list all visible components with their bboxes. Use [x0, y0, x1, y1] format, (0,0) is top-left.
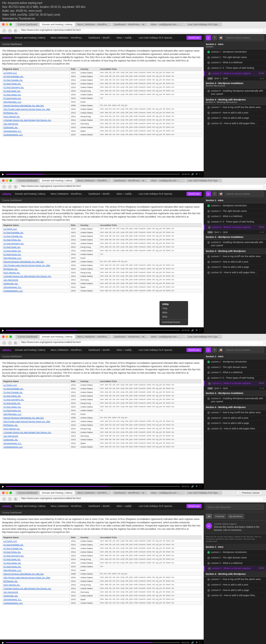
settings-icon[interactable]: ⚙: [196, 173, 198, 175]
lecture2-4[interactable]: Lecture 4 / 3 - There types of web hosti…: [204, 219, 266, 225]
lecture2-3[interactable]: Lecture 3 - What is a Webhost: [204, 214, 266, 219]
lecture-7[interactable]: Lecture 7 - how to log on/off into the a…: [204, 105, 266, 110]
minimize-button-3[interactable]: [6, 335, 8, 338]
nav4-menu[interactable]: Menu | Webstore – WordPres...: [49, 504, 85, 508]
cell-registrar-name[interactable]: #1 Host Australia, Inc.: [2, 231, 70, 234]
forward-button-4[interactable]: ›: [8, 497, 12, 501]
back-button-2[interactable]: ‹: [2, 185, 6, 189]
cell-registrar-name[interactable]: #1 Host Germany, Inc.: [2, 398, 70, 401]
progress-bar-4[interactable]: [6, 642, 180, 643]
tab4-course[interactable]: Course Dashboard: [16, 491, 39, 495]
cell-registrar-name[interactable]: 4Reg|Register, LLC: [2, 568, 70, 572]
sidebar-search-input-3[interactable]: [224, 347, 264, 353]
forward-button[interactable]: ›: [8, 29, 12, 33]
cell-registrar-name[interactable]: #1 Host China, Inc.: [2, 238, 70, 241]
cell-registrar-name[interactable]: #1 Host Israel, Inc.: [2, 245, 70, 249]
nav-domain-hosting[interactable]: Domain and Hosting | Udemy: [13, 36, 47, 40]
lecture3-8[interactable]: Lecture 8 - How to add & edit a post: [204, 416, 266, 421]
refresh-button[interactable]: ↻: [14, 29, 18, 33]
lecture-5[interactable]: Lecture 5 - What is a domain registrar 0…: [204, 71, 266, 76]
close-button-4[interactable]: [2, 492, 5, 494]
forward-button-2[interactable]: ›: [8, 185, 12, 189]
lecture3-1[interactable]: Lecture 1 - Wordpress introduction: [204, 359, 266, 365]
back-button[interactable]: ‹: [2, 29, 6, 33]
cell-registrar-name[interactable]: #1 Host Australia, Inc.: [2, 74, 70, 78]
back-button-4[interactable]: ‹: [2, 497, 6, 501]
enroll-button[interactable]: Enroll now: [187, 36, 202, 40]
cell-registrar-name[interactable]: 0101 Internet, Inc.: [2, 427, 70, 430]
cell-registrar-name[interactable]: #1 Host Canada, Inc.: [2, 234, 70, 238]
previous-lecture-btn[interactable]: ← Previous Lecture: [236, 490, 262, 495]
cell-registrar-name[interactable]: #1 Host Japan, Inc.: [2, 561, 70, 565]
url-field-4[interactable]: https://www.icann.org/registrar-reports/…: [19, 497, 264, 501]
refresh-button-4[interactable]: ↻: [14, 497, 18, 501]
cell-registrar-name[interactable]: 907Names, Inc.: [2, 423, 70, 427]
progress-bar-3[interactable]: [6, 486, 180, 487]
cell-registrar-name[interactable]: 101domain, Inc.: [2, 594, 70, 597]
section2-1-header[interactable]: Section 1 - Intro: [204, 198, 266, 203]
tab2-dashboard[interactable]: Dashboard – WordPress – W...: [112, 179, 148, 182]
qa-tab-btn-3[interactable]: ?: [212, 347, 217, 353]
tab2-course-dashboard[interactable]: Course Dashboard: [16, 179, 39, 182]
lecture2-5[interactable]: Lecture 5 - What is a domain registrar 0…: [204, 225, 266, 230]
cell-registrar-name[interactable]: 101domain, Inc.: [2, 125, 70, 129]
cell-registrar-name[interactable]: #1 Host Australia, Inc.: [2, 387, 70, 390]
maximize-button[interactable]: [9, 23, 12, 26]
cell-registrar-name[interactable]: #1 Host Korea, Inc.: [2, 409, 70, 412]
nav-inbox[interactable]: Inbox – mail@...: [115, 36, 135, 40]
cell-registrar-name[interactable]: 1&1 Internet AG: [2, 434, 70, 438]
settings-icon-2[interactable]: ⚙: [196, 329, 198, 331]
cell-registrar-name[interactable]: SSS Private Label Internet Service Kiosk…: [2, 263, 70, 267]
cell-registrar-name[interactable]: Internet Services International, Inc. db…: [2, 104, 70, 107]
nav2-menu[interactable]: Menu | Webstore – WordPres...: [49, 192, 85, 196]
nav2-domain[interactable]: Domain and Hosting | Udemy: [13, 192, 47, 196]
cell-registrar-name[interactable]: 1Unitednetwork, LLC: [2, 601, 70, 605]
tab3-dash[interactable]: Dashboard – WordPress – W...: [112, 335, 148, 339]
cell-registrar-name[interactable]: 1Domainpanel, S.L.: [2, 597, 70, 601]
lecture4-9[interactable]: Lecture 9 - How to add & edit a page: [204, 588, 266, 593]
lecture2-8[interactable]: Lecture 8 - How to add & edit a post: [204, 259, 266, 265]
fullscreen-icon-3[interactable]: ⛶: [199, 485, 202, 488]
lecture2-10[interactable]: Lecture 10 - How to add & edit pages lin…: [204, 270, 266, 276]
cell-registrar-name[interactable]: #1 Host Korea, Inc.: [2, 96, 70, 100]
nav-dashboard[interactable]: Dashboard – WordP...: [87, 36, 113, 40]
cell-registrar-name[interactable]: #1 Host Canada, Inc.: [2, 78, 70, 82]
cell-registrar-name[interactable]: 1 Domain Source Ltd. dba Domain One Sour…: [2, 430, 70, 434]
cell-registrar-name[interactable]: #1 Host Canada, Inc.: [2, 390, 70, 394]
announce-tab-btn-2[interactable]: 📢: [218, 191, 223, 196]
lecture4-2[interactable]: Lecture 2 - The right domain name: [204, 555, 266, 561]
download-lecture-btn[interactable]: Download lecture: [159, 320, 188, 324]
volume-icon-4[interactable]: 🔊: [191, 641, 194, 644]
tab3-domain[interactable]: Domain and Hosting | Udemy: [40, 335, 75, 339]
cell-registrar-name[interactable]: 0101 Internet, Inc.: [2, 271, 70, 274]
nav4-domain[interactable]: Domain and Hosting | Udemy: [13, 504, 47, 508]
cell-registrar-name[interactable]: 101domain, Inc.: [2, 438, 70, 441]
maximize-button-3[interactable]: [9, 335, 12, 338]
quiz-1[interactable]: Quiz Quiz 1 - Quiz 0 / 0: [204, 76, 266, 81]
nav2-inbox[interactable]: Inbox – mail@...: [115, 192, 135, 196]
qa-tab-btn[interactable]: ?: [212, 35, 217, 40]
lecture2-2[interactable]: Lecture 2 - The right domain name: [204, 209, 266, 214]
volume-icon-3[interactable]: 🔊: [191, 485, 194, 488]
nav3-inbox[interactable]: Inbox – mail@...: [115, 348, 135, 352]
lecture2-7[interactable]: Lecture 7 - how to log on/off into the a…: [204, 254, 266, 259]
cell-registrar-name[interactable]: 1&1 Internet AG: [2, 278, 70, 282]
lecture-9[interactable]: Lecture 9 - How to add & edit a page: [204, 116, 266, 121]
tab2-domain-hosting[interactable]: Domain and Hosting | Udemy: [40, 179, 75, 182]
lecture-1[interactable]: Lecture 1 - Wordpress introduction: [204, 49, 266, 55]
cell-registrar-name[interactable]: #1 Host China, Inc.: [2, 82, 70, 85]
cell-registrar-name[interactable]: Internet Services International, Inc. db…: [2, 260, 70, 263]
enroll-button-4[interactable]: Enroll now: [187, 504, 202, 508]
lecture-8[interactable]: Lecture 8 - How to add & edit a post: [204, 110, 266, 116]
nav4-lowcarb[interactable]: Low Carb Holidays PLR Special...: [137, 504, 175, 508]
cell-registrar-name[interactable]: 1Domainpanel, S.L.: [2, 441, 70, 445]
tab4-dash[interactable]: Dashboard – WordPress – W...: [112, 491, 148, 495]
lecture3-6[interactable]: Lecture 6 - Installing Wordpress automat…: [204, 396, 266, 404]
cell-registrar-name[interactable]: 1&1 Internet AG: [2, 590, 70, 594]
play-button-4[interactable]: ▶: [2, 641, 4, 644]
play-button-2[interactable]: ▶: [2, 329, 4, 332]
fullscreen-icon-2[interactable]: ⛶: [199, 329, 202, 331]
lecture3-10[interactable]: Lecture 10 - How to add & edit pages lin…: [204, 426, 266, 432]
tab2-lowcarb[interactable]: Low Carb Holidays PLR Specia...: [186, 179, 222, 182]
section2-4-header[interactable]: Section 4 - Working with Wordpress: [204, 248, 266, 254]
